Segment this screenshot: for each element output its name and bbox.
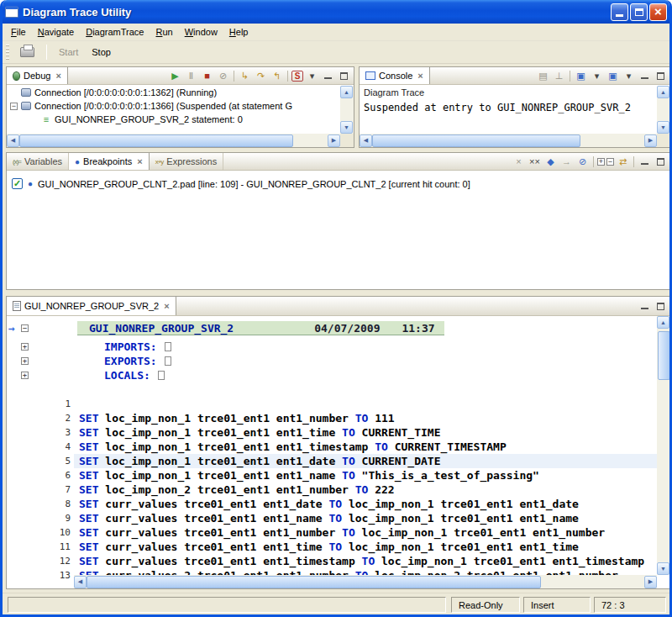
minimize-view-icon[interactable] bbox=[638, 155, 652, 169]
code-line[interactable]: 6SET loc_imp_non_1 trce01_ent1 ent1_name… bbox=[7, 468, 657, 483]
line-number[interactable]: 10 bbox=[7, 527, 71, 538]
tree-item[interactable]: −Connection [/0:0:0:0:0:0:0:1:1366] (Sus… bbox=[7, 99, 340, 113]
resume-icon[interactable]: ▶ bbox=[168, 69, 182, 83]
code-line[interactable]: 11SET curr_values trce01_ent1 ent1_time … bbox=[7, 540, 657, 554]
collapse-box[interactable]: − bbox=[21, 324, 29, 332]
stop-button[interactable]: Stop bbox=[85, 44, 118, 61]
maximize-view-icon[interactable] bbox=[654, 69, 668, 83]
code-line[interactable]: 3SET loc_imp_non_1 trce01_ent1 ent1_time… bbox=[7, 425, 657, 440]
maximize-view-icon[interactable] bbox=[654, 299, 668, 314]
minimize-button[interactable] bbox=[611, 3, 628, 21]
tab-editor[interactable]: GUI_NONREP_GROUP_SVR_2 × bbox=[7, 297, 176, 315]
line-number[interactable]: 9 bbox=[7, 513, 71, 524]
scrollbar-thumb[interactable] bbox=[372, 134, 580, 147]
scroll-lock-icon[interactable]: ▤ bbox=[536, 69, 550, 83]
tab-expressions[interactable]: x+y Expressions bbox=[150, 153, 224, 170]
scroll-up-icon[interactable]: ▲ bbox=[657, 316, 669, 329]
expand-box[interactable]: + bbox=[21, 372, 29, 379]
line-number[interactable]: 7 bbox=[7, 484, 71, 495]
view-menu-icon[interactable]: ▾ bbox=[305, 69, 319, 83]
close-tab-icon[interactable]: × bbox=[135, 157, 142, 166]
editor-hscrollbar[interactable]: ◀ ▶ bbox=[74, 575, 657, 588]
menu-navigate[interactable]: Navigate bbox=[32, 24, 80, 40]
scroll-up-icon[interactable]: ▲ bbox=[657, 86, 669, 98]
code-line[interactable]: 10SET curr_values trce01_ent1 ent1_numbe… bbox=[7, 525, 657, 540]
scroll-down-icon[interactable]: ▼ bbox=[657, 562, 669, 575]
toolbar-gripper[interactable] bbox=[6, 45, 9, 60]
line-number[interactable]: 2 bbox=[7, 413, 71, 424]
tab-variables[interactable]: (x)= Variables bbox=[7, 153, 69, 170]
minimize-view-icon[interactable] bbox=[321, 69, 335, 83]
pin-console-icon[interactable]: ⊥ bbox=[552, 69, 566, 83]
scrollbar-thumb[interactable] bbox=[87, 576, 541, 588]
tab-console[interactable]: Console × bbox=[360, 67, 430, 84]
code-line[interactable]: 12SET curr_values trce01_ent1 ent1_times… bbox=[7, 554, 657, 568]
tab-debug[interactable]: Debug × bbox=[7, 67, 68, 84]
tree-item[interactable]: ≡GUI_NONREP_GROUP_SVR_2 statement: 0 bbox=[7, 113, 340, 126]
collapse-all-icon[interactable]: − bbox=[606, 158, 614, 166]
tree-collapse-box[interactable]: − bbox=[10, 103, 18, 110]
expand-all-icon[interactable]: + bbox=[597, 158, 605, 166]
scrollbar-thumb[interactable] bbox=[19, 134, 293, 147]
menu-diagramtrace[interactable]: DiagramTrace bbox=[80, 24, 150, 40]
close-button[interactable]: × bbox=[649, 3, 667, 21]
skip-all-breakpoints-icon[interactable]: ⊘ bbox=[575, 155, 590, 169]
menu-help[interactable]: Help bbox=[223, 24, 255, 40]
print-icon[interactable] bbox=[20, 47, 34, 57]
console-vscrollbar[interactable]: ▲ ▼ bbox=[657, 86, 670, 134]
debug-vscrollbar[interactable]: ▲ ▼ bbox=[340, 86, 354, 134]
scroll-left-icon[interactable]: ◀ bbox=[74, 576, 87, 588]
menu-window[interactable]: Window bbox=[179, 24, 223, 40]
line-number[interactable]: 12 bbox=[7, 556, 71, 567]
code-line[interactable]: 1 bbox=[7, 397, 657, 411]
scroll-right-icon[interactable]: ▶ bbox=[644, 576, 657, 588]
line-number[interactable]: 8 bbox=[7, 498, 71, 509]
menu-file[interactable]: File bbox=[5, 24, 32, 40]
code-line[interactable]: 4SET loc_imp_non_1 trce01_ent1 ent1_time… bbox=[7, 440, 657, 454]
line-number[interactable]: 3 bbox=[7, 427, 71, 438]
scroll-down-icon[interactable]: ▼ bbox=[340, 121, 353, 134]
breakpoint-checkbox[interactable]: ✓ bbox=[12, 178, 23, 189]
terminate-icon[interactable]: ■ bbox=[200, 69, 214, 83]
tree-item[interactable]: Connection [/0:0:0:0:0:0:0:1:1362] (Runn… bbox=[7, 86, 340, 99]
step-return-icon[interactable]: ↰ bbox=[270, 69, 284, 83]
code-line[interactable]: 2SET loc_imp_non_1 trce01_ent1 ent1_numb… bbox=[7, 411, 657, 425]
minimize-view-icon[interactable] bbox=[638, 69, 652, 83]
collapsed-content-box[interactable] bbox=[158, 371, 165, 380]
console-dropdown-icon[interactable]: ▾ bbox=[590, 69, 604, 83]
console-hscrollbar[interactable]: ◀ ▶ bbox=[360, 134, 657, 147]
open-console-dropdown-icon[interactable]: ▾ bbox=[622, 69, 636, 83]
breakpoint-row[interactable]: ✓ ● GUI_NONREP_GROUP_CLNT_2.pad [line: 1… bbox=[12, 178, 470, 189]
line-number[interactable]: 5 bbox=[7, 456, 71, 467]
step-over-icon[interactable]: ↷ bbox=[254, 69, 268, 83]
expand-box[interactable]: + bbox=[21, 357, 29, 365]
tab-breakpoints[interactable]: ● Breakpoints × bbox=[69, 153, 150, 170]
code-line[interactable]: 8SET curr_values trce01_ent1 ent1_date T… bbox=[7, 497, 657, 511]
close-tab-icon[interactable]: × bbox=[162, 302, 169, 311]
remove-all-breakpoints-icon[interactable]: ×× bbox=[528, 155, 542, 169]
line-number[interactable]: 13 bbox=[7, 570, 71, 581]
show-supported-breakpoints-icon[interactable]: ◆ bbox=[543, 155, 558, 169]
step-into-icon[interactable]: ↳ bbox=[238, 69, 252, 83]
close-tab-icon[interactable]: × bbox=[54, 71, 60, 81]
link-with-debug-icon[interactable]: ⇄ bbox=[616, 155, 630, 169]
scroll-left-icon[interactable]: ◀ bbox=[7, 134, 19, 147]
line-number[interactable]: 6 bbox=[7, 470, 71, 481]
display-selected-console-icon[interactable]: ▣ bbox=[574, 69, 588, 83]
close-tab-icon[interactable]: × bbox=[416, 71, 423, 81]
scroll-right-icon[interactable]: ▶ bbox=[644, 134, 657, 147]
editor-content[interactable]: → − GUI_NONREP_GROUP_SVR_2 04/07/2009 11… bbox=[7, 316, 670, 588]
expand-box[interactable]: + bbox=[21, 343, 29, 351]
line-number[interactable]: 11 bbox=[7, 541, 71, 552]
minimize-view-icon[interactable] bbox=[638, 299, 652, 314]
code-line[interactable]: 5SET loc_imp_non_1 trce01_ent1 ent1_date… bbox=[7, 454, 657, 468]
maximize-view-icon[interactable] bbox=[337, 69, 351, 83]
debug-hscrollbar[interactable]: ◀ ▶ bbox=[7, 134, 340, 147]
scrollbar-thumb[interactable] bbox=[658, 331, 670, 380]
code-line[interactable]: 9SET curr_values trce01_ent1 ent1_name T… bbox=[7, 511, 657, 525]
editor-vscrollbar[interactable]: ▲ ▼ bbox=[657, 316, 670, 575]
maximize-button[interactable] bbox=[630, 3, 648, 21]
scroll-left-icon[interactable]: ◀ bbox=[360, 134, 372, 147]
maximize-view-icon[interactable] bbox=[654, 155, 668, 169]
line-number[interactable]: 4 bbox=[7, 441, 71, 452]
